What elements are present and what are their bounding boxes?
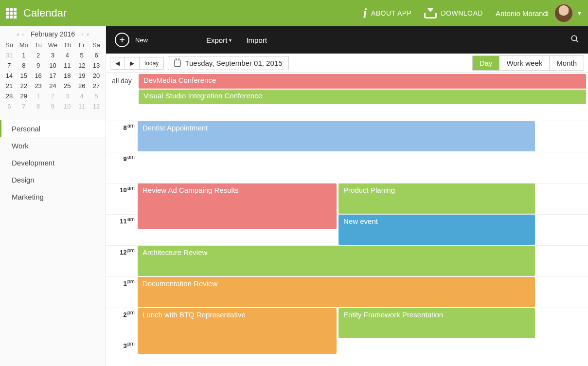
user-name[interactable]: Antonio Morandi (496, 9, 549, 18)
import-button[interactable]: Import (246, 36, 267, 44)
mini-day-cell[interactable]: 14 (2, 71, 17, 81)
download-label: DOWNLOAD (441, 9, 482, 17)
mini-day-cell[interactable]: 21 (2, 81, 17, 91)
toolbar: + New Export ▾ Import (106, 26, 588, 54)
app-header: Calendar i ABOUT APP DOWNLOAD Antonio Mo… (0, 0, 588, 26)
view-button[interactable]: Month (550, 56, 584, 70)
mini-day-cell[interactable]: 11 (60, 60, 74, 71)
mini-day-cell[interactable]: 4 (60, 50, 74, 60)
mini-day-cell[interactable]: 19 (74, 71, 89, 81)
calendar-event[interactable]: Entity Framework Presentation (339, 308, 535, 338)
mini-day-cell[interactable]: 15 (17, 71, 31, 81)
mini-day-cell[interactable]: 7 (17, 101, 31, 111)
download-link[interactable]: DOWNLOAD (424, 8, 482, 18)
mini-day-cell[interactable]: 4 (74, 91, 89, 101)
app-title: Calendar (23, 7, 67, 19)
about-app-link[interactable]: i ABOUT APP (363, 5, 412, 21)
mini-next-month-icon[interactable]: › (82, 32, 83, 37)
mini-day-cell[interactable]: 11 (74, 101, 89, 111)
mini-day-cell[interactable]: 31 (2, 50, 17, 60)
mini-day-cell[interactable]: 1 (31, 91, 46, 101)
svg-line-1 (576, 40, 578, 42)
mini-dow-header: Mo (17, 40, 31, 50)
calendar-event[interactable]: Architecture Review (138, 246, 535, 276)
mini-day-cell[interactable]: 17 (46, 71, 60, 81)
time-grid-scroll[interactable]: 8am9am10am11am12pm1pm2pm3pmDentist Appoi… (106, 121, 588, 366)
mini-day-cell[interactable]: 10 (46, 60, 60, 71)
mini-day-cell[interactable]: 16 (31, 71, 46, 81)
mini-day-cell[interactable]: 8 (31, 101, 46, 111)
events-layer: Dentist AppointmentReview Ad Campaing Re… (138, 121, 584, 366)
calendar-list-item[interactable]: Design (0, 171, 106, 188)
mini-day-cell[interactable]: 10 (60, 101, 74, 111)
info-icon: i (363, 5, 367, 21)
mini-prev-month-icon[interactable]: ‹ (22, 32, 24, 37)
view-button[interactable]: Day (473, 56, 500, 70)
export-button[interactable]: Export ▾ (206, 36, 232, 44)
mini-day-cell[interactable]: 9 (46, 101, 60, 111)
hour-label: 9am (106, 152, 138, 183)
all-day-event[interactable]: DevMedia Conference (139, 74, 586, 89)
mini-day-cell[interactable]: 7 (2, 60, 17, 71)
mini-day-cell[interactable]: 2 (31, 50, 46, 60)
hour-label: 3pm (106, 339, 138, 366)
today-button[interactable]: today (140, 57, 163, 69)
mini-day-cell[interactable]: 9 (31, 60, 46, 71)
mini-day-cell[interactable]: 12 (74, 60, 89, 71)
calendar-list-item[interactable]: Marketing (0, 188, 106, 205)
view-button[interactable]: Work week (499, 56, 550, 70)
mini-day-cell[interactable]: 29 (17, 91, 31, 101)
mini-day-cell[interactable]: 18 (60, 71, 74, 81)
new-button[interactable]: + New (115, 33, 148, 47)
calendar-event[interactable]: New event (339, 215, 535, 245)
mini-day-cell[interactable]: 23 (31, 81, 46, 91)
hour-label: 10am (106, 183, 138, 214)
mini-day-cell[interactable]: 3 (60, 91, 74, 101)
mini-calendar-month[interactable]: February 2016 (31, 30, 75, 38)
calendar-list-item[interactable]: Work (0, 137, 106, 154)
all-day-event[interactable]: Visual Studio Integration Conference (139, 90, 586, 104)
time-grid: 8am9am10am11am12pm1pm2pm3pmDentist Appoi… (106, 121, 588, 366)
mini-day-cell[interactable]: 8 (17, 60, 31, 71)
mini-dow-header: Th (60, 40, 74, 50)
mini-day-cell[interactable]: 25 (60, 81, 74, 91)
mini-next-year-icon[interactable]: » (86, 32, 89, 37)
mini-day-cell[interactable]: 5 (74, 50, 89, 60)
user-menu-caret-icon[interactable]: ▼ (577, 10, 582, 16)
mini-day-cell[interactable]: 12 (89, 101, 104, 111)
calendar-event[interactable]: Review Ad Campaing Results (138, 183, 337, 229)
mini-day-cell[interactable]: 24 (46, 81, 60, 91)
calendar-event[interactable]: Documentation Review (138, 277, 535, 307)
mini-calendar-nav: « ‹ February 2016 › » (2, 28, 104, 40)
mini-day-cell[interactable]: 3 (46, 50, 60, 60)
mini-prev-year-icon[interactable]: « (17, 32, 19, 37)
mini-day-cell[interactable]: 6 (89, 50, 104, 60)
avatar[interactable] (554, 4, 573, 22)
calendar-list-item[interactable]: Personal (0, 120, 106, 137)
search-icon (570, 35, 579, 43)
mini-day-cell[interactable]: 20 (89, 71, 104, 81)
mini-day-cell[interactable]: 13 (89, 60, 104, 71)
date-display[interactable]: Tuesday, September 01, 2015 (168, 56, 288, 70)
next-day-button[interactable]: ▶ (125, 57, 140, 69)
plus-icon: + (115, 33, 129, 47)
calendar-event[interactable]: Dentist Appointment (138, 121, 535, 151)
mini-day-cell[interactable]: 2 (46, 91, 60, 101)
mini-dow-header: Su (2, 40, 17, 50)
mini-day-cell[interactable]: 5 (89, 91, 104, 101)
calendar-event[interactable]: Product Planing (339, 183, 535, 214)
mini-day-cell[interactable]: 6 (2, 101, 17, 111)
mini-day-cell[interactable]: 27 (89, 81, 104, 91)
search-button[interactable] (570, 35, 579, 46)
mini-day-cell[interactable]: 22 (17, 81, 31, 91)
import-label: Import (246, 36, 267, 44)
calendar-event[interactable]: Lunch with BTQ Representative (138, 308, 337, 354)
prev-day-button[interactable]: ◀ (110, 57, 125, 69)
hour-label: 2pm (106, 308, 138, 339)
calendar-list: PersonalWorkDevelopmentDesignMarketing (0, 120, 106, 205)
calendar-list-item[interactable]: Development (0, 154, 106, 171)
apps-grid-icon[interactable] (6, 8, 17, 18)
mini-day-cell[interactable]: 1 (17, 50, 31, 60)
mini-day-cell[interactable]: 26 (74, 81, 89, 91)
mini-day-cell[interactable]: 28 (2, 91, 17, 101)
